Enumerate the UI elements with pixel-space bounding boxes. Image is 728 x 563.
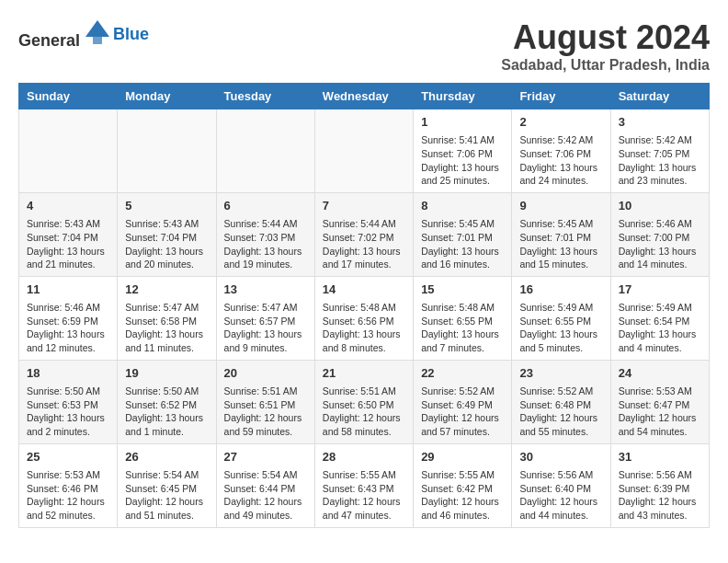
- svg-marker-1: [93, 29, 102, 44]
- table-row: 20Sunrise: 5:51 AMSunset: 6:51 PMDayligh…: [216, 360, 314, 443]
- day-number: 20: [224, 365, 307, 382]
- day-info: Sunrise: 5:41 AMSunset: 7:06 PMDaylight:…: [421, 133, 504, 188]
- day-number: 22: [421, 365, 504, 382]
- header-friday: Friday: [512, 84, 610, 109]
- day-number: 31: [619, 449, 701, 465]
- day-number: 29: [421, 449, 504, 465]
- day-number: 9: [519, 198, 602, 214]
- table-row: 24Sunrise: 5:53 AMSunset: 6:47 PMDayligh…: [610, 360, 709, 443]
- calendar-week-row: 18Sunrise: 5:50 AMSunset: 6:53 PMDayligh…: [19, 360, 710, 443]
- table-row: 18Sunrise: 5:50 AMSunset: 6:53 PMDayligh…: [19, 360, 118, 443]
- day-info: Sunrise: 5:50 AMSunset: 6:53 PMDaylight:…: [27, 385, 109, 439]
- day-number: 19: [125, 365, 208, 382]
- calendar-header-row: Sunday Monday Tuesday Wednesday Thursday…: [19, 84, 710, 109]
- table-row: 12Sunrise: 5:47 AMSunset: 6:58 PMDayligh…: [118, 276, 216, 360]
- table-row: 27Sunrise: 5:54 AMSunset: 6:44 PMDayligh…: [216, 443, 314, 527]
- header-tuesday: Tuesday: [216, 84, 314, 109]
- table-row: [314, 109, 413, 193]
- day-info: Sunrise: 5:56 AMSunset: 6:39 PMDaylight:…: [619, 468, 701, 523]
- table-row: 2Sunrise: 5:42 AMSunset: 7:06 PMDaylight…: [512, 109, 610, 193]
- logo-blue-text: Blue: [113, 25, 149, 44]
- table-row: [118, 109, 216, 193]
- day-info: Sunrise: 5:54 AMSunset: 6:45 PMDaylight:…: [125, 468, 208, 523]
- header-wednesday: Wednesday: [314, 84, 413, 109]
- day-info: Sunrise: 5:55 AMSunset: 6:43 PMDaylight:…: [323, 468, 405, 523]
- table-row: 28Sunrise: 5:55 AMSunset: 6:43 PMDayligh…: [314, 443, 413, 527]
- day-number: 17: [619, 282, 701, 298]
- day-number: 14: [323, 282, 405, 298]
- day-info: Sunrise: 5:48 AMSunset: 6:56 PMDaylight:…: [323, 301, 405, 355]
- sub-title: Sadabad, Uttar Pradesh, India: [501, 57, 710, 74]
- table-row: 25Sunrise: 5:53 AMSunset: 6:46 PMDayligh…: [19, 443, 118, 527]
- table-row: 1Sunrise: 5:41 AMSunset: 7:06 PMDaylight…: [414, 109, 512, 193]
- day-info: Sunrise: 5:47 AMSunset: 6:57 PMDaylight:…: [224, 301, 307, 355]
- day-info: Sunrise: 5:53 AMSunset: 6:46 PMDaylight:…: [27, 468, 109, 523]
- header-monday: Monday: [118, 84, 216, 109]
- table-row: 17Sunrise: 5:49 AMSunset: 6:54 PMDayligh…: [610, 276, 709, 360]
- day-number: 26: [125, 449, 208, 465]
- table-row: 4Sunrise: 5:43 AMSunset: 7:04 PMDaylight…: [19, 192, 118, 276]
- day-number: 4: [27, 198, 109, 214]
- main-title: August 2024: [501, 18, 710, 57]
- table-row: 11Sunrise: 5:46 AMSunset: 6:59 PMDayligh…: [19, 276, 118, 360]
- table-row: 9Sunrise: 5:45 AMSunset: 7:01 PMDaylight…: [512, 192, 610, 276]
- table-row: 3Sunrise: 5:42 AMSunset: 7:05 PMDaylight…: [610, 109, 709, 193]
- table-row: 16Sunrise: 5:49 AMSunset: 6:55 PMDayligh…: [512, 276, 610, 360]
- day-info: Sunrise: 5:51 AMSunset: 6:51 PMDaylight:…: [224, 385, 307, 439]
- day-info: Sunrise: 5:44 AMSunset: 7:02 PMDaylight:…: [323, 217, 405, 271]
- day-info: Sunrise: 5:51 AMSunset: 6:50 PMDaylight:…: [323, 385, 405, 439]
- day-info: Sunrise: 5:46 AMSunset: 6:59 PMDaylight:…: [27, 301, 109, 355]
- day-number: 13: [224, 282, 307, 298]
- day-number: 28: [323, 449, 405, 465]
- day-number: 8: [421, 198, 504, 214]
- day-number: 2: [519, 114, 602, 131]
- day-number: 12: [125, 282, 208, 298]
- table-row: 13Sunrise: 5:47 AMSunset: 6:57 PMDayligh…: [216, 276, 314, 360]
- table-row: 29Sunrise: 5:55 AMSunset: 6:42 PMDayligh…: [414, 443, 512, 527]
- table-row: 19Sunrise: 5:50 AMSunset: 6:52 PMDayligh…: [118, 360, 216, 443]
- day-number: 3: [619, 114, 701, 131]
- table-row: 22Sunrise: 5:52 AMSunset: 6:49 PMDayligh…: [414, 360, 512, 443]
- day-number: 24: [619, 365, 701, 382]
- day-number: 23: [519, 365, 602, 382]
- table-row: [19, 109, 118, 193]
- day-number: 7: [323, 198, 405, 214]
- calendar-week-row: 1Sunrise: 5:41 AMSunset: 7:06 PMDaylight…: [19, 109, 710, 193]
- day-number: 30: [519, 449, 602, 465]
- table-row: 26Sunrise: 5:54 AMSunset: 6:45 PMDayligh…: [118, 443, 216, 527]
- day-info: Sunrise: 5:49 AMSunset: 6:55 PMDaylight:…: [519, 301, 602, 355]
- calendar-table: Sunday Monday Tuesday Wednesday Thursday…: [18, 83, 710, 528]
- day-info: Sunrise: 5:42 AMSunset: 7:05 PMDaylight:…: [619, 133, 701, 188]
- day-info: Sunrise: 5:53 AMSunset: 6:47 PMDaylight:…: [619, 385, 701, 439]
- table-row: 31Sunrise: 5:56 AMSunset: 6:39 PMDayligh…: [610, 443, 709, 527]
- table-row: 15Sunrise: 5:48 AMSunset: 6:55 PMDayligh…: [414, 276, 512, 360]
- day-number: 5: [125, 198, 208, 214]
- logo-icon: [84, 18, 111, 46]
- day-info: Sunrise: 5:52 AMSunset: 6:49 PMDaylight:…: [421, 385, 504, 439]
- table-row: 23Sunrise: 5:52 AMSunset: 6:48 PMDayligh…: [512, 360, 610, 443]
- day-number: 15: [421, 282, 504, 298]
- table-row: 6Sunrise: 5:44 AMSunset: 7:03 PMDaylight…: [216, 192, 314, 276]
- calendar-week-row: 25Sunrise: 5:53 AMSunset: 6:46 PMDayligh…: [19, 443, 710, 527]
- logo-general-text: General: [18, 31, 80, 50]
- day-info: Sunrise: 5:46 AMSunset: 7:00 PMDaylight:…: [619, 217, 701, 271]
- day-info: Sunrise: 5:54 AMSunset: 6:44 PMDaylight:…: [224, 468, 307, 523]
- day-number: 16: [519, 282, 602, 298]
- day-number: 6: [224, 198, 307, 214]
- day-info: Sunrise: 5:45 AMSunset: 7:01 PMDaylight:…: [421, 217, 504, 271]
- calendar-week-row: 11Sunrise: 5:46 AMSunset: 6:59 PMDayligh…: [19, 276, 710, 360]
- day-info: Sunrise: 5:44 AMSunset: 7:03 PMDaylight:…: [224, 217, 307, 271]
- day-info: Sunrise: 5:47 AMSunset: 6:58 PMDaylight:…: [125, 301, 208, 355]
- day-info: Sunrise: 5:52 AMSunset: 6:48 PMDaylight:…: [519, 385, 602, 439]
- table-row: 8Sunrise: 5:45 AMSunset: 7:01 PMDaylight…: [414, 192, 512, 276]
- calendar-body: 1Sunrise: 5:41 AMSunset: 7:06 PMDaylight…: [19, 109, 710, 528]
- logo: General Blue: [18, 18, 149, 51]
- day-number: 10: [619, 198, 701, 214]
- day-info: Sunrise: 5:56 AMSunset: 6:40 PMDaylight:…: [519, 468, 602, 523]
- table-row: 14Sunrise: 5:48 AMSunset: 6:56 PMDayligh…: [314, 276, 413, 360]
- header-saturday: Saturday: [610, 84, 709, 109]
- table-row: 10Sunrise: 5:46 AMSunset: 7:00 PMDayligh…: [610, 192, 709, 276]
- day-number: 18: [27, 365, 109, 382]
- header: General Blue August 2024 Sadabad, Uttar …: [18, 18, 710, 74]
- day-info: Sunrise: 5:55 AMSunset: 6:42 PMDaylight:…: [421, 468, 504, 523]
